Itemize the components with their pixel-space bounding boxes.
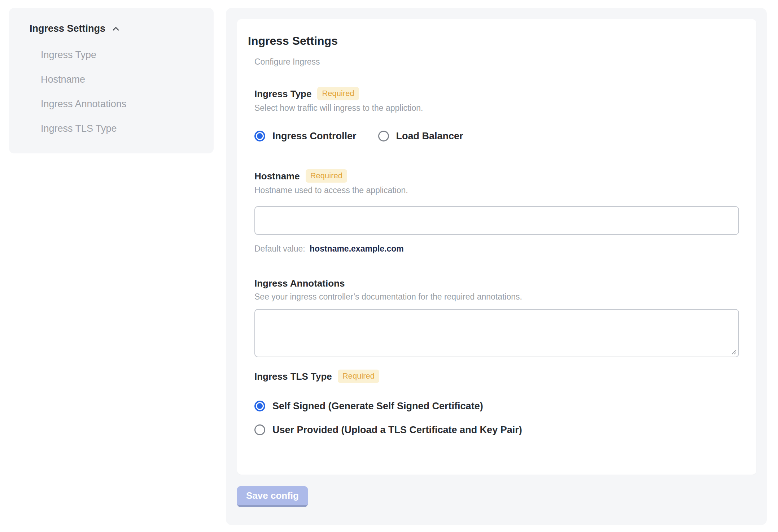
radio-dot <box>257 403 263 409</box>
default-value-label: Default value: <box>254 244 305 253</box>
radio-ingress-controller[interactable] <box>254 131 265 141</box>
radio-label-load-balancer: Load Balancer <box>396 130 463 142</box>
radio-load-balancer[interactable] <box>378 131 389 141</box>
section-hostname: Hostname Required Hostname used to acces… <box>254 169 739 254</box>
radio-option-ingress-controller[interactable]: Ingress Controller <box>254 130 357 142</box>
sidebar-section-title: Ingress Settings <box>30 23 105 34</box>
page-subtitle: Configure Ingress <box>254 57 739 67</box>
section-ingress-type: Ingress Type Required Select how traffic… <box>254 87 739 142</box>
section-ingress-annotations: Ingress Annotations See your ingress con… <box>254 278 739 357</box>
hostname-default-line: Default value: hostname.example.com <box>254 244 739 254</box>
ingress-tls-type-label: Ingress TLS Type <box>254 371 332 382</box>
section-ingress-tls-type: Ingress TLS Type Required Self Signed (G… <box>254 370 739 436</box>
radio-label-self-signed: Self Signed (Generate Self Signed Certif… <box>272 400 483 412</box>
resize-handle-icon[interactable] <box>731 349 737 355</box>
page-title: Ingress Settings <box>248 34 739 47</box>
sidebar-item-hostname[interactable]: Hostname <box>41 74 203 85</box>
ingress-annotations-textarea[interactable] <box>254 309 739 357</box>
radio-label-user-provided: User Provided (Upload a TLS Certificate … <box>272 424 522 436</box>
required-badge: Required <box>306 169 347 183</box>
radio-option-user-provided[interactable]: User Provided (Upload a TLS Certificate … <box>254 424 739 436</box>
hostname-label: Hostname <box>254 170 300 182</box>
radio-label-ingress-controller: Ingress Controller <box>272 130 357 142</box>
sidebar-item-ingress-tls-type[interactable]: Ingress TLS Type <box>41 123 203 134</box>
ingress-annotations-label: Ingress Annotations <box>254 278 345 289</box>
required-badge: Required <box>338 370 379 383</box>
ingress-settings-card: Ingress Settings Configure Ingress Ingre… <box>237 19 756 475</box>
radio-dot <box>257 133 263 139</box>
radio-self-signed[interactable] <box>254 401 265 411</box>
radio-option-self-signed[interactable]: Self Signed (Generate Self Signed Certif… <box>254 400 739 412</box>
radio-user-provided[interactable] <box>254 424 265 435</box>
sidebar-item-ingress-annotations[interactable]: Ingress Annotations <box>41 99 203 110</box>
main-panel: Ingress Settings Configure Ingress Ingre… <box>226 8 767 525</box>
ingress-type-description: Select how traffic will ingress to the a… <box>254 103 739 113</box>
required-badge: Required <box>317 87 359 100</box>
default-value-text: hostname.example.com <box>310 244 404 253</box>
hostname-description: Hostname used to access the application. <box>254 186 739 195</box>
settings-sidebar: Ingress Settings Ingress Type Hostname I… <box>9 8 214 153</box>
sidebar-section-toggle[interactable]: Ingress Settings <box>30 23 203 34</box>
save-config-button[interactable]: Save config <box>237 486 308 507</box>
sidebar-nav: Ingress Type Hostname Ingress Annotation… <box>30 49 203 134</box>
chevron-up-icon[interactable] <box>111 24 121 34</box>
hostname-input[interactable] <box>254 206 739 235</box>
radio-option-load-balancer[interactable]: Load Balancer <box>378 130 463 142</box>
ingress-type-label: Ingress Type <box>254 88 311 100</box>
sidebar-item-ingress-type[interactable]: Ingress Type <box>41 49 203 61</box>
ingress-annotations-description: See your ingress controller’s documentat… <box>254 292 739 302</box>
